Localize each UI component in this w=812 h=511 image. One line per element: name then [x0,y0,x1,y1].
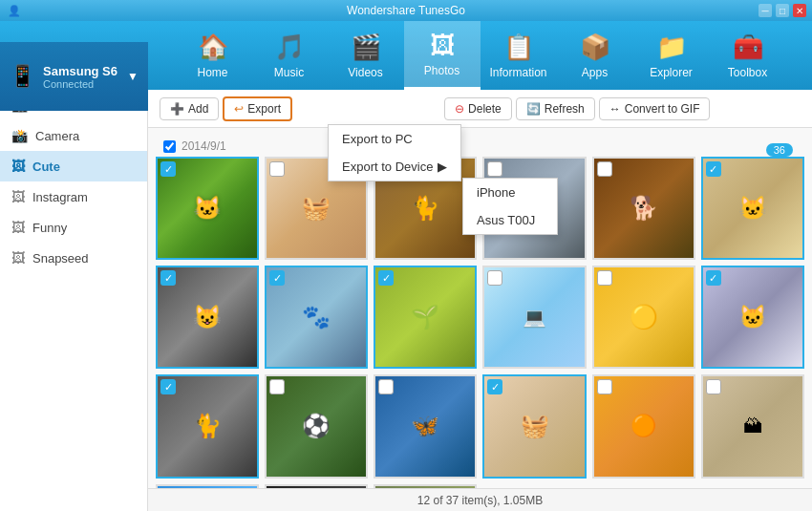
nav-music-label: Music [274,66,304,79]
photo-checkbox[interactable]: ✓ [160,379,176,394]
delete-button[interactable]: ⊖ Delete [444,97,512,120]
explorer-icon: 📁 [656,32,687,62]
photo-checkbox[interactable]: ✓ [160,161,176,177]
nav-apps[interactable]: 📦 Apps [557,21,633,90]
content-area: ➕ Add ↩ Export Export to PC Export to De… [148,90,812,511]
photo-checkbox[interactable]: ✓ [487,379,502,394]
export-label: Export [247,102,281,116]
videos-icon: 🎬 [351,32,381,62]
minimize-button[interactable]: ─ [759,4,772,17]
sidebar-item-funny[interactable]: 🖼 Funny [0,212,147,243]
convert-button[interactable]: ↔ Convert to GIF [599,97,711,120]
nav-home[interactable]: 🏠 Home [175,21,251,90]
sidebar-item-snapseed[interactable]: 🖼 Snapseed [0,243,147,273]
photo-item[interactable]: ✓ 😺 [156,266,259,369]
photo-checkbox[interactable]: ✓ [706,161,721,177]
device-bar[interactable]: 📱 Samsung S6 Connected ▼ [0,42,148,111]
photo-item[interactable]: ✓ 🐈 [156,374,259,478]
export-to-pc-item[interactable]: Export to PC [329,125,460,153]
photo-item[interactable]: 🐈‍⬛ [265,484,368,488]
nav-information[interactable]: 📋 Information [481,21,557,90]
photo-item[interactable]: ✓ 🧺 [482,374,586,478]
export-to-device-item[interactable]: Export to Device ▶ iPhone Asus T00J [329,153,460,181]
photo-item[interactable]: 🪟 [156,484,259,488]
delete-label: Delete [468,102,502,116]
nav-apps-label: Apps [582,66,608,79]
photo-checkbox[interactable] [269,161,285,177]
device-dropdown-arrow[interactable]: ▼ [127,70,139,83]
photo-item[interactable]: 💻 [482,266,586,369]
title-bar: 👤 Wondershare TunesGo ─ □ ✕ [0,0,812,21]
export-button[interactable]: ↩ Export [223,96,292,121]
submenu-asus[interactable]: Asus T00J [463,206,557,234]
refresh-label: Refresh [545,102,585,116]
status-bar: 12 of 37 item(s), 1.05MB [148,488,812,511]
row-date: 2014/9/1 [182,139,226,153]
convert-icon: ↔ [609,102,621,116]
nav-toolbox[interactable]: 🧰 Toolbox [710,21,786,90]
photo-item[interactable]: ✓ 🌱 [374,266,477,369]
photo-item[interactable]: 🦋 [374,374,477,478]
convert-label: Convert to GIF [625,102,700,116]
photo-item[interactable]: 🟠 [592,374,695,478]
snapseed-icon: 🖼 [11,250,25,266]
nav-photos-label: Photos [424,64,459,77]
photo-checkbox[interactable]: ✓ [706,270,721,286]
apps-icon: 📦 [580,32,610,62]
nav-photos[interactable]: 🖼 Photos [404,21,481,90]
sidebar-label-camera: Camera [35,129,79,143]
refresh-button[interactable]: 🔄 Refresh [516,97,595,120]
submenu-iphone[interactable]: iPhone [463,179,557,206]
sidebar-item-instagram[interactable]: 🖼 Instagram [0,181,147,212]
export-to-device-label: Export to Device [342,160,433,174]
sidebar-label-funny: Funny [32,221,67,235]
photo-checkbox[interactable]: ✓ [378,270,394,286]
photo-checkbox[interactable]: ✓ [269,270,285,286]
add-icon: ➕ [170,102,184,116]
photo-checkbox[interactable] [378,379,394,394]
photo-item[interactable]: ✓ 🐱 [156,157,259,260]
photo-checkbox[interactable] [597,161,612,177]
delete-icon: ⊖ [455,102,464,116]
funny-icon: 🖼 [11,220,25,235]
user-icon: 👤 [8,5,21,17]
photo-item[interactable]: ✓ 🐱 [701,266,804,369]
count-badge: 36 [766,143,793,157]
photo-item[interactable]: 🟡 [592,266,695,369]
sidebar-label-cute: Cute [32,160,60,174]
asus-label: Asus T00J [477,213,535,227]
photo-item[interactable]: 🐕 [592,157,695,260]
photo-checkbox[interactable] [269,379,285,394]
photo-item[interactable]: ✓ 🐾 [265,266,368,369]
add-label: Add [188,102,208,116]
maximize-button[interactable]: □ [776,4,789,17]
sidebar-label-instagram: Instagram [32,190,88,204]
photo-checkbox[interactable] [597,379,612,394]
photos-icon: 🖼 [430,31,455,60]
photo-row-2: ✓ 😺 ✓ 🐾 ✓ 🌱 [156,266,804,369]
photo-checkbox[interactable]: ✓ [160,270,176,286]
nav-videos[interactable]: 🎬 Videos [328,21,404,90]
device-icon: 📱 [10,64,35,89]
photo-checkbox[interactable] [487,161,502,177]
sidebar-label-snapseed: Snapseed [32,251,89,266]
device-status: Connected [43,78,119,90]
add-button[interactable]: ➕ Add [160,97,219,120]
photo-item[interactable]: 🏔 [701,374,804,478]
select-all-checkbox[interactable] [163,140,176,153]
toolbox-icon: 🧰 [733,32,763,62]
device-info: Samsung S6 Connected [43,64,119,90]
sidebar-item-cute[interactable]: 🖼 Cute [0,151,147,181]
photo-checkbox[interactable] [706,379,721,394]
close-button[interactable]: ✕ [793,4,806,17]
camera-icon: 📸 [11,128,28,143]
photo-item[interactable]: ⚽ [265,374,368,478]
photo-item[interactable]: ✓ 🐱 [701,157,804,260]
photo-checkbox[interactable] [487,270,502,286]
sidebar-item-camera[interactable]: 📸 Camera [0,120,147,151]
photo-row-3: ✓ 🐈 ⚽ 🦋 ✓ [156,374,804,478]
photo-item[interactable]: 🌿 [374,484,477,488]
nav-music[interactable]: 🎵 Music [251,21,328,90]
photo-checkbox[interactable] [597,270,612,286]
nav-explorer[interactable]: 📁 Explorer [633,21,710,90]
